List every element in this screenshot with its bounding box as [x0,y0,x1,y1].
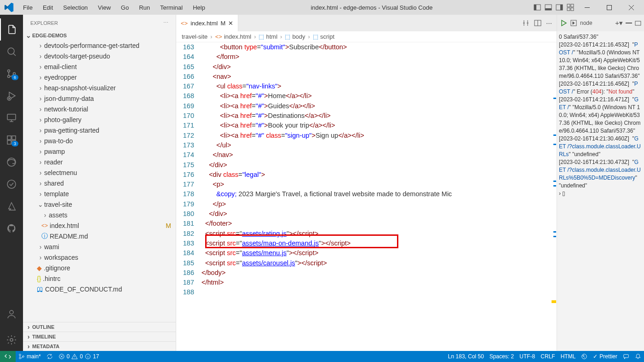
prettier-status[interactable]: ✓ Prettier [590,353,620,360]
tree-item-json-dummy-data[interactable]: ›json-dummy-data [23,93,176,104]
metadata-section[interactable]: ›METADATA [23,341,176,351]
activity-edge[interactable] [0,151,23,173]
tree-item-devtools-performance-get-started[interactable]: ›devtools-performance-get-started [23,40,176,51]
menu-go[interactable]: Go [116,2,133,13]
debug-start-icon[interactable] [560,19,567,27]
svg-point-37 [583,355,584,356]
panel-close-icon[interactable] [635,20,641,26]
activity-explorer[interactable] [0,18,23,41]
problems-button[interactable]: 0 0 17 [56,353,102,360]
indent-setting[interactable]: Spaces: 2 [487,353,517,360]
activity-github[interactable] [0,217,23,239]
svg-point-13 [8,70,10,72]
tree-item-selectmenu[interactable]: ›selectmenu [23,167,176,178]
line-number-gutter: 1631641651661671681691701711721731741751… [176,42,201,351]
tree-item-reader[interactable]: ›reader [23,157,176,167]
tree-item-workspaces[interactable]: ›workspaces [23,252,176,263]
tree-item--gitignore[interactable]: ◆.gitignore [23,263,176,273]
feedback-icon[interactable] [620,353,632,360]
activity-extensions[interactable]: 3 [0,129,23,151]
activity-settings[interactable] [0,329,23,351]
more-icon[interactable]: ⋯ [163,20,168,26]
sidebar-title: EXPLORER [30,20,58,26]
panel-minimize-icon[interactable] [626,20,632,26]
tab-index-html[interactable]: <> index.html M ✕ [176,15,238,31]
tree-item-network-tutorial[interactable]: ›network-tutorial [23,104,176,114]
svg-point-32 [19,357,21,359]
debug-config-icon[interactable] [570,19,577,27]
tree-item-shared[interactable]: ›shared [23,178,176,188]
sync-button[interactable] [44,353,56,360]
notifications-icon[interactable] [632,353,644,360]
layout-customize-icon[interactable] [567,4,574,11]
menu-terminal[interactable]: Terminal [155,2,187,13]
maximize-button[interactable] [600,0,618,14]
layout-toggle-bottom-icon[interactable] [545,4,552,11]
tree-item-devtools-target-pseudo[interactable]: ›devtools-target-pseudo [23,51,176,61]
svg-rect-30 [635,21,641,25]
activity-scm[interactable]: 6 [0,63,23,85]
scm-branch[interactable]: main* [16,353,44,360]
tree-item-code-of-conduct-md[interactable]: 🕮CODE_OF_CONDUCT.md [23,284,176,294]
html-file-icon: <> [181,20,188,27]
svg-point-31 [19,354,21,356]
activity-account[interactable] [0,303,23,325]
bc-body: ⬚body [285,33,305,40]
language-mode[interactable]: HTML [558,353,579,360]
tree-item-travel-site[interactable]: ⌄travel-site [23,199,176,210]
tree-item-index-html[interactable]: <>index.htmlM [23,220,176,231]
encoding[interactable]: UTF-8 [517,353,538,360]
tab-modified-indicator: M [220,20,225,27]
editor: <> index.html M ✕ ⋯ travel-site› <>index… [176,15,557,351]
bc-html: ⬚html [259,33,277,40]
menu-help[interactable]: Help [188,2,210,13]
debug-output[interactable]: 0 Safari/537.36" [2023-02-16T14:21:16.45… [557,31,644,351]
tree-item-wami[interactable]: ›wami [23,241,176,252]
breadcrumbs[interactable]: travel-site› <>index.html› ⬚html› ⬚body›… [176,31,557,42]
svg-point-12 [8,48,14,54]
tree-item-eyedropper[interactable]: ›eyedropper [23,72,176,82]
outline-section[interactable]: ›OUTLINE [23,322,176,332]
activity-search[interactable] [0,41,23,63]
tree-item-readme-md[interactable]: ⓘREADME.md [23,231,176,241]
timeline-section[interactable]: ›TIMELINE [23,332,176,341]
activity-debug[interactable] [0,85,23,107]
tree-item-pwa-to-do[interactable]: ›pwa-to-do [23,135,176,146]
layout-toggle-right-icon[interactable] [556,4,563,11]
menu-edit[interactable]: Edit [38,2,58,13]
remote-button[interactable] [0,351,16,362]
menu-file[interactable]: File [18,2,37,13]
eol[interactable]: CRLF [538,353,558,360]
cursor-position[interactable]: Ln 183, Col 50 [445,353,487,360]
activity-remote-explorer[interactable] [0,107,23,129]
tree-item-photo-gallery[interactable]: ›photo-gallery [23,114,176,125]
tree-item-heap-snapshot-visualizer[interactable]: ›heap-snapshot-visualizer [23,82,176,93]
compare-icon[interactable] [522,19,529,27]
overview-ruler[interactable] [552,42,557,351]
debug-add-icon[interactable]: +▾ [615,19,623,27]
split-editor-icon[interactable] [534,19,541,27]
code-content[interactable]: <button type="submit">Subscribe</button>… [201,42,552,351]
tree-item-pwa-getting-started[interactable]: ›pwa-getting-started [23,125,176,135]
tree-item-email-client[interactable]: ›email-client [23,61,176,72]
bc-folder: travel-site [182,33,207,40]
tree-item--hintrc[interactable]: {}.hintrc [23,273,176,284]
activity-testing[interactable] [0,173,23,195]
folder-root[interactable]: ⌄EDGE-DEMOS [23,31,176,40]
layout-toggle-left-icon[interactable] [534,4,541,11]
tree-item-assets[interactable]: ›assets [23,210,176,220]
more-actions-icon[interactable]: ⋯ [546,20,552,27]
menu-view[interactable]: View [93,2,115,13]
menu-selection[interactable]: Selection [58,2,92,13]
live-share[interactable] [578,353,590,360]
minimize-button[interactable] [578,0,596,14]
debug-launch-config[interactable]: node [580,20,592,26]
svg-rect-10 [585,7,590,8]
tree-item-pwamp[interactable]: ›pwamp [23,146,176,157]
close-tab-icon[interactable]: ✕ [228,20,233,27]
tab-label: index.html [190,20,218,27]
tree-item-template[interactable]: ›template [23,188,176,199]
activity-azure[interactable] [0,195,23,217]
menu-run[interactable]: Run [134,2,155,13]
close-button[interactable] [622,0,640,14]
